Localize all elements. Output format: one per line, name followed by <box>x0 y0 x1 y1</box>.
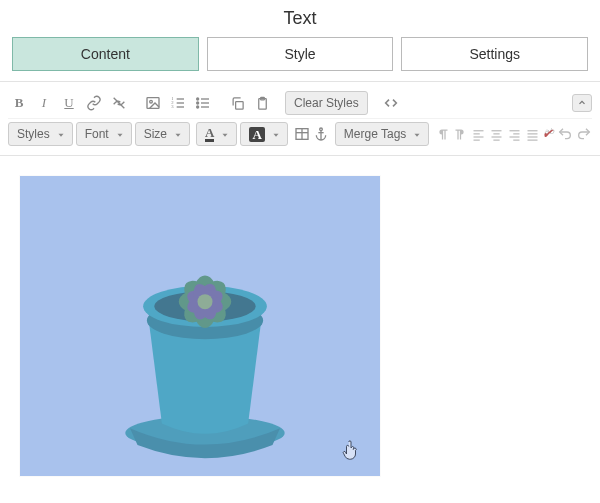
svg-marker-20 <box>176 134 181 137</box>
dropdown-label: Merge Tags <box>344 127 406 141</box>
tab-strip: Content Style Settings <box>0 37 600 81</box>
image-icon[interactable] <box>142 92 164 114</box>
tab-label: Content <box>81 46 130 62</box>
svg-point-26 <box>319 128 322 131</box>
chevron-down-icon <box>56 129 66 139</box>
svg-marker-19 <box>117 134 122 137</box>
svg-point-52 <box>179 289 232 315</box>
unlink-icon[interactable] <box>108 92 130 114</box>
text-color-dropdown[interactable]: A <box>196 122 237 146</box>
svg-point-48 <box>143 286 267 327</box>
svg-point-54 <box>189 281 220 323</box>
tab-content[interactable]: Content <box>12 37 199 71</box>
toolbar-row-1: B I U 123 <box>8 88 592 118</box>
chevron-down-icon <box>220 129 230 139</box>
font-dropdown[interactable]: Font <box>76 122 132 146</box>
code-view-icon[interactable] <box>380 92 402 114</box>
clear-styles-label: Clear Styles <box>294 96 359 110</box>
align-right-icon[interactable] <box>507 123 522 145</box>
tab-label: Style <box>284 46 315 62</box>
svg-point-58 <box>198 294 213 309</box>
svg-point-2 <box>150 100 153 103</box>
styles-dropdown[interactable]: Styles <box>8 122 73 146</box>
svg-point-57 <box>189 281 221 323</box>
paragraph-rtl-icon[interactable] <box>453 123 468 145</box>
svg-point-14 <box>197 106 199 108</box>
highlight-color-dropdown[interactable]: A <box>240 122 287 146</box>
chevron-down-icon <box>115 129 125 139</box>
tab-label: Settings <box>469 46 520 62</box>
tab-style[interactable]: Style <box>207 37 394 71</box>
dropdown-label: Styles <box>17 127 50 141</box>
formatting-toolbar: B I U 123 <box>0 81 600 156</box>
svg-point-50 <box>192 275 218 328</box>
svg-point-56 <box>184 286 226 317</box>
selected-image[interactable] <box>20 176 380 476</box>
redo-icon[interactable] <box>576 123 592 145</box>
svg-rect-1 <box>147 98 159 109</box>
align-left-icon[interactable] <box>471 123 486 145</box>
chevron-down-icon <box>271 129 281 139</box>
italic-icon[interactable]: I <box>33 92 55 114</box>
svg-point-12 <box>197 98 199 100</box>
editor-canvas[interactable] <box>0 156 600 476</box>
text-color-icon: A <box>205 126 214 142</box>
svg-point-51 <box>177 274 233 330</box>
hand-cursor-icon <box>342 440 360 462</box>
underline-icon[interactable]: U <box>58 92 80 114</box>
svg-point-47 <box>147 302 263 340</box>
svg-point-49 <box>154 291 255 321</box>
chevron-down-icon <box>412 129 422 139</box>
link-icon[interactable] <box>83 92 105 114</box>
insert-table-icon[interactable] <box>294 123 310 145</box>
merge-tags-dropdown[interactable]: Merge Tags <box>335 122 429 146</box>
clear-formatting-icon[interactable]: ᵃᵇ✔ <box>543 123 554 145</box>
paste-icon[interactable] <box>251 92 273 114</box>
size-dropdown[interactable]: Size <box>135 122 190 146</box>
undo-icon[interactable] <box>557 123 573 145</box>
ordered-list-icon[interactable]: 123 <box>167 92 189 114</box>
dropdown-label: Font <box>85 127 109 141</box>
align-center-icon[interactable] <box>489 123 504 145</box>
chevron-down-icon <box>173 129 183 139</box>
panel-title: Text <box>0 0 600 37</box>
paragraph-ltr-icon[interactable] <box>435 123 450 145</box>
svg-point-46 <box>125 416 284 450</box>
text-editor-panel: Text Content Style Settings B I U 123 <box>0 0 600 476</box>
align-justify-icon[interactable] <box>525 123 540 145</box>
svg-text:3: 3 <box>171 104 174 109</box>
toolbar-row-2: Styles Font Size A A <box>8 118 592 149</box>
anchor-icon[interactable] <box>313 123 329 145</box>
bold-icon[interactable]: B <box>8 92 30 114</box>
dropdown-label: Size <box>144 127 167 141</box>
unordered-list-icon[interactable] <box>192 92 214 114</box>
copy-icon[interactable] <box>226 92 248 114</box>
svg-marker-18 <box>58 134 63 137</box>
svg-point-13 <box>197 102 199 104</box>
collapse-toolbar-button[interactable] <box>572 94 592 112</box>
clear-styles-button[interactable]: Clear Styles <box>285 91 368 115</box>
highlight-icon: A <box>249 127 264 142</box>
tab-settings[interactable]: Settings <box>401 37 588 71</box>
svg-marker-29 <box>415 134 420 137</box>
image-content-icon <box>110 236 300 461</box>
svg-rect-15 <box>235 101 243 109</box>
svg-marker-22 <box>273 134 278 137</box>
svg-point-53 <box>177 274 233 330</box>
svg-marker-21 <box>223 134 228 137</box>
svg-point-55 <box>184 286 226 318</box>
